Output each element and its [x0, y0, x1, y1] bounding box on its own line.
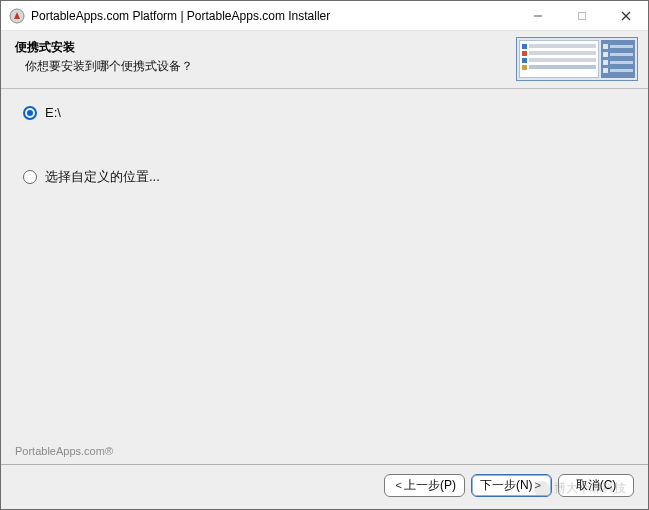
back-button-label: 上一步(P) [404, 477, 456, 493]
radio-custom-icon [23, 170, 37, 184]
minimize-button[interactable] [516, 1, 560, 30]
radio-drive-label: E:\ [45, 105, 61, 120]
header-image [516, 37, 638, 81]
button-bar: < 上一步(P) 下一步(N) > 取消(C) [384, 474, 634, 497]
footer-brand: PortableApps.com® [15, 445, 113, 457]
next-button[interactable]: 下一步(N) > [471, 474, 552, 497]
header-title: 便携式安装 [15, 39, 516, 56]
svg-rect-2 [579, 12, 586, 19]
radio-drive-icon [23, 106, 37, 120]
radio-custom-label: 选择自定义的位置... [45, 168, 160, 186]
content-area: E:\ 选择自定义的位置... PortableApps.com® < 上一步(… [1, 89, 648, 509]
titlebar: PortableApps.com Platform | PortableApps… [1, 1, 648, 31]
cancel-button-label: 取消(C) [576, 477, 617, 493]
chevron-left-icon: < [395, 477, 401, 493]
cancel-button[interactable]: 取消(C) [558, 474, 634, 497]
back-button[interactable]: < 上一步(P) [384, 474, 464, 497]
radio-drive-row[interactable]: E:\ [23, 105, 626, 120]
installer-window: PortableApps.com Platform | PortableApps… [0, 0, 649, 510]
maximize-button[interactable] [560, 1, 604, 30]
close-button[interactable] [604, 1, 648, 30]
footer-divider [1, 464, 648, 465]
app-icon [9, 8, 25, 24]
header: 便携式安装 你想要安装到哪个便携式设备？ [1, 31, 648, 89]
next-button-label: 下一步(N) [480, 477, 533, 493]
window-controls [516, 1, 648, 30]
header-subtitle: 你想要安装到哪个便携式设备？ [15, 58, 516, 75]
window-title: PortableApps.com Platform | PortableApps… [31, 9, 516, 23]
chevron-right-icon: > [535, 477, 541, 493]
header-text: 便携式安装 你想要安装到哪个便携式设备？ [15, 37, 516, 75]
radio-custom-row[interactable]: 选择自定义的位置... [23, 168, 626, 186]
